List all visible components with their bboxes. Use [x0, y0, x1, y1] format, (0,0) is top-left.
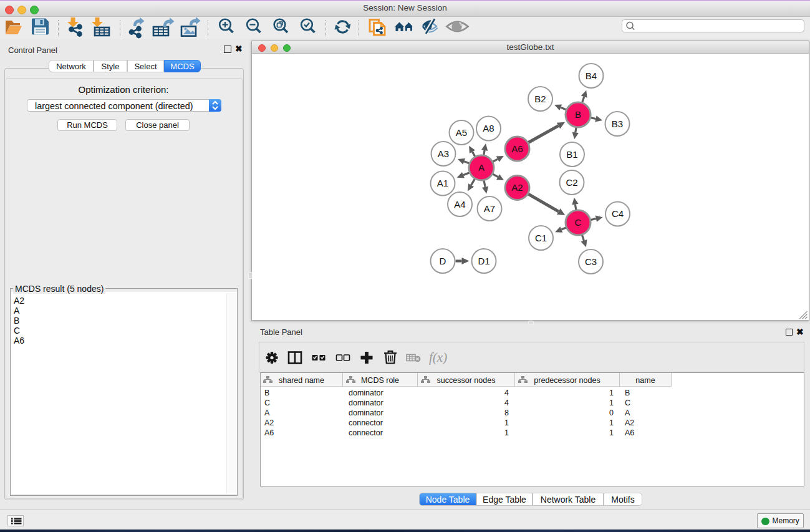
svg-text:A3: A3 — [438, 148, 449, 159]
svg-text:D: D — [440, 256, 446, 266]
svg-text:A2: A2 — [511, 182, 523, 193]
svg-text:A8: A8 — [483, 123, 494, 133]
svg-text:A: A — [478, 162, 485, 173]
svg-text:B1: B1 — [566, 149, 577, 160]
svg-text:B: B — [575, 109, 581, 120]
svg-text:C2: C2 — [566, 177, 577, 188]
svg-text:f(x): f(x) — [429, 350, 447, 365]
svg-text:A5: A5 — [456, 127, 467, 138]
svg-text:D1: D1 — [478, 256, 489, 266]
svg-text:B4: B4 — [586, 70, 597, 81]
svg-text:C: C — [575, 217, 582, 228]
svg-text:A1: A1 — [437, 178, 448, 188]
svg-text:A7: A7 — [484, 203, 495, 214]
svg-text:C1: C1 — [535, 233, 547, 243]
svg-text:B2: B2 — [534, 94, 546, 104]
svg-text:A6: A6 — [511, 143, 523, 154]
svg-text:C4: C4 — [612, 208, 624, 219]
svg-text:B3: B3 — [612, 118, 623, 129]
svg-text:A4: A4 — [454, 199, 465, 210]
svg-text:C3: C3 — [585, 256, 597, 267]
